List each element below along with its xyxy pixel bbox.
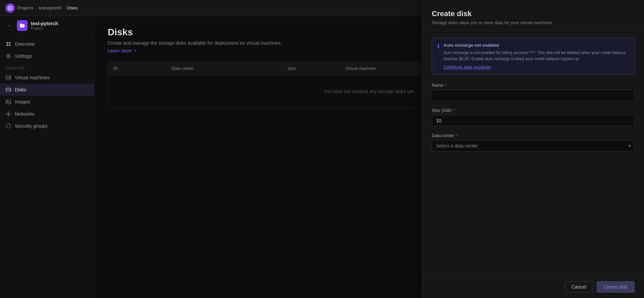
- breadcrumb-disks: Disks: [67, 5, 78, 10]
- project-type: Project: [31, 26, 58, 30]
- svg-rect-7: [6, 88, 11, 91]
- name-label: Name *: [432, 83, 635, 88]
- svg-point-2: [8, 55, 9, 57]
- name-input[interactable]: [432, 90, 635, 101]
- sidebar-back-button[interactable]: ←: [5, 22, 13, 29]
- overview-label: Overview: [15, 41, 88, 47]
- vm-label: Virtual machines: [15, 75, 88, 80]
- datacenter-required-marker: *: [456, 133, 457, 138]
- breadcrumb-projects[interactable]: Projects: [17, 5, 33, 10]
- disk-icon: [5, 87, 11, 93]
- sidebar-item-disks[interactable]: Disks ›: [0, 84, 94, 96]
- project-name: test-pytorch: [31, 21, 58, 26]
- datacenter-select[interactable]: Select a data center: [432, 140, 635, 152]
- svg-rect-10: [6, 100, 11, 104]
- logo-icon: [7, 5, 13, 11]
- col-size: Size: [282, 62, 340, 75]
- sidebar-item-images[interactable]: Images: [0, 96, 94, 108]
- datacenter-select-wrapper: Select a data center ▾: [432, 140, 635, 152]
- breadcrumb: Projects › test-pytorch › Disks: [17, 5, 78, 10]
- size-required-marker: *: [453, 108, 455, 113]
- alert-icon: ℹ: [437, 43, 439, 70]
- overview-icon: [5, 41, 11, 47]
- datacenter-field-group: Data center * Select a data center ▾: [432, 133, 635, 152]
- network-icon: [5, 111, 11, 117]
- svg-point-9: [9, 90, 10, 91]
- size-label: Size (GiB) *: [432, 108, 635, 113]
- svg-point-11: [7, 100, 8, 101]
- alert-text: Auto recharge is not enabled for billing…: [443, 50, 629, 62]
- col-datacenter: Data center: [166, 62, 282, 75]
- svg-point-6: [9, 79, 10, 79]
- disks-chevron: ›: [87, 87, 88, 92]
- alert-title: Auto recharge not enabled: [443, 43, 629, 48]
- panel-title: Create disk: [432, 9, 635, 18]
- shield-icon: [5, 123, 11, 129]
- panel-footer: Cancel Create disk: [422, 275, 644, 298]
- col-id: ID: [108, 62, 166, 75]
- panel-subtitle: Storage disks allow you to store data fo…: [432, 20, 635, 25]
- disks-label: Disks: [15, 87, 84, 92]
- project-icon: [17, 20, 28, 31]
- svg-point-16: [8, 115, 9, 116]
- size-input[interactable]: [432, 115, 635, 126]
- compute-section-label: Compute: [0, 62, 94, 72]
- settings-label: Settings: [15, 53, 88, 59]
- svg-point-15: [8, 112, 9, 113]
- svg-point-5: [9, 76, 10, 77]
- svg-point-12: [8, 113, 9, 115]
- sidebar-project-info: test-pytorch Project: [31, 21, 58, 30]
- app-logo[interactable]: [5, 3, 15, 13]
- folder-icon: [19, 23, 25, 29]
- cancel-button[interactable]: Cancel: [565, 281, 594, 293]
- sidebar-nav: Overview Settings Compute: [0, 35, 94, 135]
- networks-label: Networks: [15, 111, 88, 117]
- size-field-group: Size (GiB) *: [432, 108, 635, 126]
- alert-box: ℹ Auto recharge not enabled Auto recharg…: [432, 38, 635, 75]
- svg-point-14: [10, 114, 11, 115]
- configure-auto-recharge-link[interactable]: Configure auto recharge: [443, 65, 629, 70]
- learn-more-link[interactable]: Learn more ↗: [108, 48, 136, 53]
- sidebar-item-virtual-machines[interactable]: Virtual machines: [0, 72, 94, 84]
- sidebar-item-overview[interactable]: Overview: [0, 38, 94, 50]
- create-disk-panel: Create disk Storage disks allow you to s…: [422, 0, 644, 298]
- svg-point-1: [9, 7, 11, 9]
- settings-icon: [5, 53, 11, 59]
- sidebar-item-settings[interactable]: Settings: [0, 50, 94, 62]
- svg-point-13: [6, 114, 7, 115]
- alert-content: Auto recharge not enabled Auto recharge …: [443, 43, 629, 70]
- breadcrumb-sep-1: ›: [35, 5, 37, 10]
- panel-body: ℹ Auto recharge not enabled Auto recharg…: [422, 31, 644, 275]
- sidebar-item-security-groups[interactable]: Security groups: [0, 120, 94, 132]
- sidebar-item-networks[interactable]: Networks: [0, 108, 94, 120]
- create-disk-button[interactable]: Create disk: [597, 281, 635, 293]
- sidebar-project-header: ← test-pytorch Project: [0, 16, 94, 35]
- sidebar: ← test-pytorch Project Overview: [0, 16, 94, 298]
- name-field-group: Name *: [432, 83, 635, 101]
- security-groups-label: Security groups: [15, 123, 88, 129]
- images-label: Images: [15, 99, 88, 104]
- breadcrumb-sep-2: ›: [64, 5, 65, 10]
- server-icon: [5, 75, 11, 81]
- name-required-marker: *: [445, 83, 446, 88]
- datacenter-label: Data center *: [432, 133, 635, 138]
- breadcrumb-test-pytorch[interactable]: test-pytorch: [39, 5, 62, 10]
- image-icon: [5, 99, 11, 105]
- panel-header: Create disk Storage disks allow you to s…: [422, 0, 644, 31]
